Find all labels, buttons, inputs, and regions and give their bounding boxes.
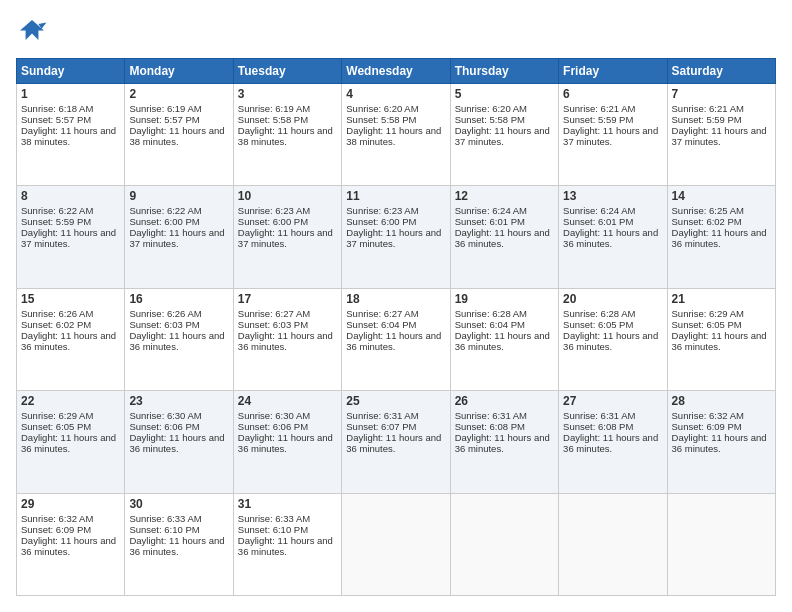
daylight-text: Daylight: 11 hours and 36 minutes. xyxy=(563,227,658,249)
sunset-text: Sunset: 6:09 PM xyxy=(672,421,742,432)
logo xyxy=(16,16,52,48)
week-row-4: 22Sunrise: 6:29 AMSunset: 6:05 PMDayligh… xyxy=(17,391,776,493)
logo-icon xyxy=(16,16,48,48)
sunrise-text: Sunrise: 6:30 AM xyxy=(238,410,310,421)
daylight-text: Daylight: 11 hours and 37 minutes. xyxy=(672,125,767,147)
day-number: 2 xyxy=(129,87,228,101)
calendar-cell: 29Sunrise: 6:32 AMSunset: 6:09 PMDayligh… xyxy=(17,493,125,595)
day-number: 20 xyxy=(563,292,662,306)
day-number: 26 xyxy=(455,394,554,408)
sunset-text: Sunset: 6:00 PM xyxy=(238,216,308,227)
sunset-text: Sunset: 6:07 PM xyxy=(346,421,416,432)
sunset-text: Sunset: 6:03 PM xyxy=(238,319,308,330)
sunrise-text: Sunrise: 6:21 AM xyxy=(563,103,635,114)
daylight-text: Daylight: 11 hours and 36 minutes. xyxy=(455,432,550,454)
daylight-text: Daylight: 11 hours and 37 minutes. xyxy=(455,125,550,147)
sunrise-text: Sunrise: 6:19 AM xyxy=(129,103,201,114)
svg-marker-0 xyxy=(20,20,44,40)
sunrise-text: Sunrise: 6:28 AM xyxy=(563,308,635,319)
calendar-cell: 4Sunrise: 6:20 AMSunset: 5:58 PMDaylight… xyxy=(342,84,450,186)
weekday-header-tuesday: Tuesday xyxy=(233,59,341,84)
sunrise-text: Sunrise: 6:20 AM xyxy=(346,103,418,114)
day-number: 22 xyxy=(21,394,120,408)
daylight-text: Daylight: 11 hours and 38 minutes. xyxy=(21,125,116,147)
calendar-cell: 17Sunrise: 6:27 AMSunset: 6:03 PMDayligh… xyxy=(233,288,341,390)
sunrise-text: Sunrise: 6:23 AM xyxy=(346,205,418,216)
day-number: 12 xyxy=(455,189,554,203)
calendar-cell: 1Sunrise: 6:18 AMSunset: 5:57 PMDaylight… xyxy=(17,84,125,186)
sunset-text: Sunset: 5:57 PM xyxy=(129,114,199,125)
calendar-cell: 12Sunrise: 6:24 AMSunset: 6:01 PMDayligh… xyxy=(450,186,558,288)
daylight-text: Daylight: 11 hours and 36 minutes. xyxy=(238,535,333,557)
sunrise-text: Sunrise: 6:33 AM xyxy=(238,513,310,524)
calendar-cell: 26Sunrise: 6:31 AMSunset: 6:08 PMDayligh… xyxy=(450,391,558,493)
sunrise-text: Sunrise: 6:28 AM xyxy=(455,308,527,319)
sunrise-text: Sunrise: 6:23 AM xyxy=(238,205,310,216)
weekday-header-sunday: Sunday xyxy=(17,59,125,84)
calendar-cell: 22Sunrise: 6:29 AMSunset: 6:05 PMDayligh… xyxy=(17,391,125,493)
daylight-text: Daylight: 11 hours and 36 minutes. xyxy=(129,432,224,454)
daylight-text: Daylight: 11 hours and 36 minutes. xyxy=(129,535,224,557)
daylight-text: Daylight: 11 hours and 36 minutes. xyxy=(346,432,441,454)
sunset-text: Sunset: 6:03 PM xyxy=(129,319,199,330)
sunset-text: Sunset: 6:06 PM xyxy=(129,421,199,432)
day-number: 31 xyxy=(238,497,337,511)
sunset-text: Sunset: 6:02 PM xyxy=(21,319,91,330)
calendar-cell: 6Sunrise: 6:21 AMSunset: 5:59 PMDaylight… xyxy=(559,84,667,186)
sunrise-text: Sunrise: 6:27 AM xyxy=(238,308,310,319)
sunset-text: Sunset: 5:57 PM xyxy=(21,114,91,125)
sunrise-text: Sunrise: 6:26 AM xyxy=(129,308,201,319)
day-number: 10 xyxy=(238,189,337,203)
daylight-text: Daylight: 11 hours and 36 minutes. xyxy=(672,330,767,352)
calendar-cell: 27Sunrise: 6:31 AMSunset: 6:08 PMDayligh… xyxy=(559,391,667,493)
sunrise-text: Sunrise: 6:29 AM xyxy=(21,410,93,421)
header xyxy=(16,16,776,48)
daylight-text: Daylight: 11 hours and 37 minutes. xyxy=(346,227,441,249)
page: SundayMondayTuesdayWednesdayThursdayFrid… xyxy=(0,0,792,612)
calendar-cell: 18Sunrise: 6:27 AMSunset: 6:04 PMDayligh… xyxy=(342,288,450,390)
calendar-cell xyxy=(559,493,667,595)
sunset-text: Sunset: 5:58 PM xyxy=(455,114,525,125)
sunset-text: Sunset: 6:01 PM xyxy=(455,216,525,227)
sunrise-text: Sunrise: 6:20 AM xyxy=(455,103,527,114)
daylight-text: Daylight: 11 hours and 36 minutes. xyxy=(455,330,550,352)
day-number: 27 xyxy=(563,394,662,408)
calendar-cell: 3Sunrise: 6:19 AMSunset: 5:58 PMDaylight… xyxy=(233,84,341,186)
sunrise-text: Sunrise: 6:29 AM xyxy=(672,308,744,319)
sunset-text: Sunset: 5:58 PM xyxy=(346,114,416,125)
calendar-cell: 8Sunrise: 6:22 AMSunset: 5:59 PMDaylight… xyxy=(17,186,125,288)
day-number: 11 xyxy=(346,189,445,203)
calendar-cell: 23Sunrise: 6:30 AMSunset: 6:06 PMDayligh… xyxy=(125,391,233,493)
sunrise-text: Sunrise: 6:33 AM xyxy=(129,513,201,524)
calendar-cell: 14Sunrise: 6:25 AMSunset: 6:02 PMDayligh… xyxy=(667,186,775,288)
daylight-text: Daylight: 11 hours and 36 minutes. xyxy=(21,330,116,352)
calendar-cell: 24Sunrise: 6:30 AMSunset: 6:06 PMDayligh… xyxy=(233,391,341,493)
day-number: 15 xyxy=(21,292,120,306)
calendar-cell: 10Sunrise: 6:23 AMSunset: 6:00 PMDayligh… xyxy=(233,186,341,288)
daylight-text: Daylight: 11 hours and 36 minutes. xyxy=(129,330,224,352)
day-number: 17 xyxy=(238,292,337,306)
daylight-text: Daylight: 11 hours and 36 minutes. xyxy=(238,432,333,454)
day-number: 24 xyxy=(238,394,337,408)
sunrise-text: Sunrise: 6:30 AM xyxy=(129,410,201,421)
sunset-text: Sunset: 6:10 PM xyxy=(238,524,308,535)
sunset-text: Sunset: 6:00 PM xyxy=(129,216,199,227)
calendar-cell xyxy=(450,493,558,595)
sunrise-text: Sunrise: 6:19 AM xyxy=(238,103,310,114)
calendar-cell: 25Sunrise: 6:31 AMSunset: 6:07 PMDayligh… xyxy=(342,391,450,493)
sunset-text: Sunset: 5:59 PM xyxy=(563,114,633,125)
calendar-cell: 9Sunrise: 6:22 AMSunset: 6:00 PMDaylight… xyxy=(125,186,233,288)
sunset-text: Sunset: 6:05 PM xyxy=(672,319,742,330)
day-number: 19 xyxy=(455,292,554,306)
sunset-text: Sunset: 6:05 PM xyxy=(21,421,91,432)
sunrise-text: Sunrise: 6:27 AM xyxy=(346,308,418,319)
day-number: 5 xyxy=(455,87,554,101)
daylight-text: Daylight: 11 hours and 36 minutes. xyxy=(238,330,333,352)
sunrise-text: Sunrise: 6:24 AM xyxy=(563,205,635,216)
sunrise-text: Sunrise: 6:25 AM xyxy=(672,205,744,216)
calendar-cell: 21Sunrise: 6:29 AMSunset: 6:05 PMDayligh… xyxy=(667,288,775,390)
weekday-header-saturday: Saturday xyxy=(667,59,775,84)
calendar-cell: 19Sunrise: 6:28 AMSunset: 6:04 PMDayligh… xyxy=(450,288,558,390)
calendar-cell: 11Sunrise: 6:23 AMSunset: 6:00 PMDayligh… xyxy=(342,186,450,288)
calendar-cell: 5Sunrise: 6:20 AMSunset: 5:58 PMDaylight… xyxy=(450,84,558,186)
